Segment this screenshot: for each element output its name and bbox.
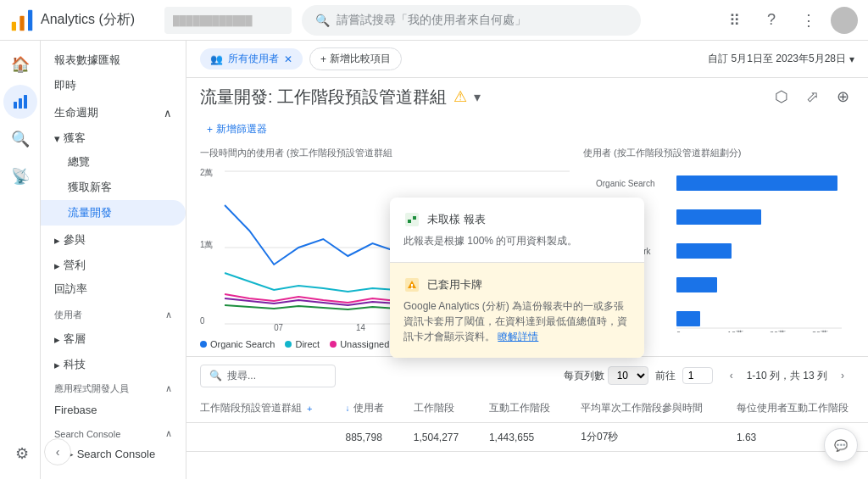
col-users[interactable]: ↓ 使用者 [332, 394, 400, 423]
acquisition-group[interactable]: ▾ 獲客 [41, 124, 186, 149]
explore-nav-icon[interactable]: 🔍 [3, 122, 37, 156]
line-chart-title: 一段時間內的使用者 (按工作階段預設管道群組 [200, 147, 570, 159]
page-title: 流量開發: 工作階段預設管道群組 [200, 86, 447, 109]
dev-section-header: 應用程式開發人員 ∧ [41, 376, 186, 398]
expand-icon4: ▸ [54, 333, 60, 346]
date-range-selector[interactable]: 自訂 5月1日至 2023年5月28日 ▾ [708, 52, 854, 66]
demographics-group[interactable]: ▸ 客層 [41, 325, 186, 350]
cell-engaged: 1,443,655 [476, 423, 567, 452]
firebase-label: Firebase [54, 404, 97, 416]
add-filter-button[interactable]: + 新增篩選器 [200, 119, 274, 140]
date-chevron-icon: ▾ [849, 53, 854, 65]
sidebar-item-firebase[interactable]: Firebase [41, 398, 186, 421]
dev-chevron: ∧ [165, 383, 172, 394]
add-filter-bar: + 新增篩選器 [186, 115, 868, 147]
settings-icon[interactable]: ⚙ [7, 438, 37, 469]
add-filter-icon: + [207, 124, 213, 136]
col-avg-duration[interactable]: 平均單次工作階段參與時間 [567, 394, 723, 423]
account-selector[interactable]: ████████████ [164, 7, 292, 34]
pagination: 每頁列數 10 25 50 前往 ‹ 1-10 列，共 13 列 › [564, 364, 854, 387]
search-console-label: Search Console [77, 448, 156, 460]
svg-rect-4 [19, 98, 22, 109]
new-users-label: 獲取新客 [68, 181, 112, 193]
acquisition-label: 獲客 [64, 131, 86, 146]
avatar[interactable] [831, 7, 858, 34]
export-icon[interactable]: ⬡ [770, 85, 793, 109]
data-table: 工作階段預設管道群組 + ↓ 使用者 工作階段 [186, 394, 868, 452]
chat-fab-button[interactable]: 💬 [824, 428, 858, 462]
col-per-user-label: 每位使用者互動工作階段 [737, 402, 849, 414]
table-row: 885,798 1,504,277 1,443,655 1分07秒 1.63 [186, 423, 868, 452]
more-icon[interactable]: ⋮ [793, 5, 824, 36]
svg-text:5月: 5月 [266, 331, 279, 332]
apps-icon[interactable]: ⠿ [719, 5, 749, 36]
retention-label: 回訪率 [54, 281, 87, 297]
col-engaged-sessions[interactable]: 互動工作階段 [476, 394, 567, 423]
popup-unsampled-desc: 此報表是根據 100% 的可用資料製成。 [403, 233, 631, 248]
col-sessions[interactable]: 工作階段 [400, 394, 476, 423]
next-page-button[interactable]: › [831, 364, 854, 387]
logo-area: Analytics (分析) [10, 8, 154, 32]
search-bar[interactable]: 🔍 請嘗試搜尋「我的使用者來自何處」 [302, 5, 641, 36]
all-users-filter[interactable]: 👥 所有使用者 ✕ [200, 48, 303, 70]
reports-nav-icon[interactable] [3, 85, 37, 119]
home-nav-icon[interactable]: 🏠 [3, 47, 37, 81]
sidebar-item-retention[interactable]: 回訪率 [41, 276, 186, 302]
advertising-nav-icon[interactable]: 📡 [3, 159, 37, 193]
svg-text:2萬: 2萬 [200, 168, 213, 177]
sidebar-item-traffic[interactable]: 流量開發 [41, 200, 186, 226]
more-options-icon[interactable]: ⊕ [831, 85, 854, 109]
table-search-input[interactable]: 🔍 搜尋... [200, 365, 336, 387]
svg-text:10萬: 10萬 [727, 330, 743, 332]
legend-dot-direct [285, 341, 292, 348]
add-dimension-button[interactable]: + [307, 404, 312, 414]
top-header: Analytics (分析) ████████████ 🔍 請嘗試搜尋「我的使用… [0, 0, 868, 41]
sidebar-item-realtime[interactable]: 即時 [41, 73, 186, 98]
add-dimension-icon: + [307, 404, 312, 414]
tech-group[interactable]: ▸ 科技 [41, 350, 186, 376]
svg-text:20萬: 20萬 [770, 330, 786, 332]
expand-icon5: ▸ [54, 359, 60, 371]
warning-icon: ⚠ [453, 87, 467, 106]
add-comparison-button[interactable]: + 新增比較項目 [309, 47, 402, 70]
prev-page-button[interactable]: ‹ [720, 364, 743, 387]
data-table-container: 工作階段預設管道群組 + ↓ 使用者 工作階段 [186, 394, 868, 452]
filter-icon: 👥 [210, 53, 223, 65]
svg-text:1萬: 1萬 [200, 240, 213, 249]
engagement-group[interactable]: ▸ 參與 [41, 226, 186, 251]
search-icon: 🔍 [315, 14, 330, 27]
page-input[interactable] [682, 367, 713, 384]
svg-text:14: 14 [356, 323, 365, 332]
sidebar-item-overview[interactable]: 總覽 [41, 149, 186, 175]
svg-rect-22 [676, 175, 837, 191]
per-page-select[interactable]: 10 25 50 [608, 366, 648, 385]
svg-text:30萬: 30萬 [812, 330, 828, 332]
popup-threshold-title: 已套用卡牌 [427, 277, 482, 292]
legend-dot-organic [200, 341, 207, 348]
main-content: 👥 所有使用者 ✕ + 新增比較項目 自訂 5月1日至 2023年5月28日 ▾… [186, 41, 868, 479]
collapse-sidebar-button[interactable]: ‹ [44, 438, 71, 465]
svg-rect-5 [24, 95, 27, 109]
sidebar-item-reports[interactable]: 報表數據匯報 [41, 47, 186, 73]
users-section-header: 使用者 ∧ [41, 302, 186, 325]
header-icons: ⠿ ? ⋮ [719, 5, 858, 36]
share-icon[interactable]: ⬀ [800, 85, 824, 109]
svg-rect-35 [411, 287, 413, 289]
table-toolbar: 🔍 搜尋... 每頁列數 10 25 50 前往 ‹ 1-10 列，共 13 列… [186, 356, 868, 394]
tech-label: 科技 [64, 357, 86, 372]
svg-rect-26 [676, 311, 700, 326]
col-engaged-per-user[interactable]: 每位使用者互動工作階段 [723, 394, 868, 423]
monetization-group[interactable]: ▸ 營利 [41, 251, 186, 276]
legend-label-direct: Direct [295, 339, 320, 349]
users-section-label: 使用者 [54, 309, 82, 321]
learn-more-link[interactable]: 瞭解詳情 [498, 331, 538, 343]
info-icon[interactable]: ▾ [474, 89, 481, 105]
popup-threshold-section: 已套用卡牌 Google Analytics (分析) 為這份報表中的一或多張資… [390, 263, 644, 358]
sidebar-item-new-users[interactable]: 獲取新客 [41, 175, 186, 200]
popup-threshold-header: 已套用卡牌 [403, 276, 631, 293]
date-range-text: 自訂 5月1日至 2023年5月28日 [708, 52, 846, 66]
help-icon[interactable]: ? [756, 5, 787, 36]
lifecycle-group[interactable]: 生命週期 ∧ [41, 98, 186, 124]
per-page-label: 每頁列數 [564, 369, 604, 383]
col-sessions-label: 工作階段 [414, 402, 454, 414]
